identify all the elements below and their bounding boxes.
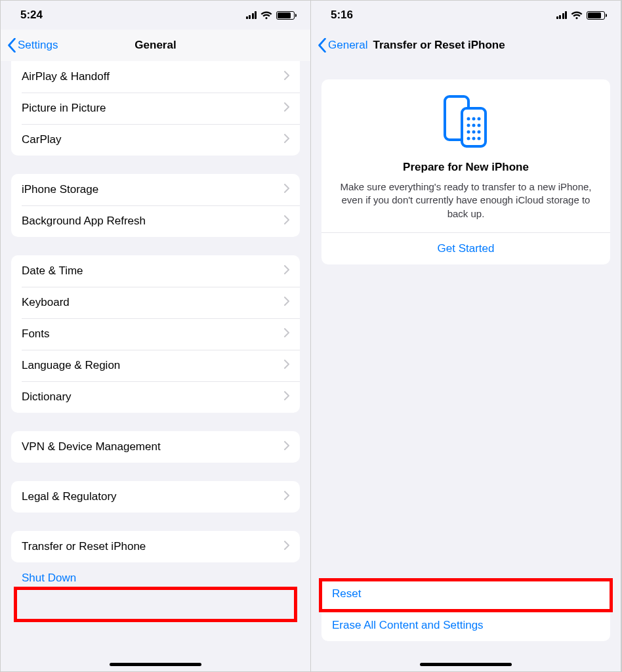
chevron-right-icon	[284, 390, 289, 404]
svg-point-12	[472, 137, 476, 140]
svg-point-7	[478, 124, 481, 127]
status-icons	[556, 11, 606, 20]
highlight-transfer-reset	[14, 587, 297, 622]
erase-all-button[interactable]: Erase All Content and Settings	[321, 610, 610, 641]
svg-point-13	[478, 137, 481, 140]
home-indicator[interactable]	[110, 663, 201, 666]
svg-point-10	[478, 131, 481, 134]
chevron-right-icon	[284, 359, 289, 372]
svg-point-9	[472, 131, 476, 134]
row-language-region[interactable]: Language & Region	[11, 350, 300, 381]
group-legal: Legal & Regulatory	[11, 481, 300, 513]
cellular-icon	[556, 11, 568, 19]
status-icons	[246, 11, 295, 20]
card-body: Make sure everything's ready to transfer…	[333, 180, 598, 232]
row-airplay-handoff[interactable]: AirPlay & Handoff	[11, 61, 300, 93]
group-storage: iPhone Storage Background App Refresh	[11, 174, 300, 237]
page-title: Transfer or Reset iPhone	[373, 39, 505, 52]
chevron-left-icon	[318, 38, 327, 52]
row-transfer-reset-iphone[interactable]: Transfer or Reset iPhone	[11, 531, 300, 562]
group-media: AirPlay & Handoff Picture in Picture Car…	[11, 61, 300, 156]
row-keyboard[interactable]: Keyboard	[11, 287, 300, 318]
group-vpn: VPN & Device Management	[11, 431, 300, 463]
nav-header: General Transfer or Reset iPhone	[311, 30, 621, 61]
svg-point-5	[467, 124, 470, 127]
row-iphone-storage[interactable]: iPhone Storage	[11, 174, 300, 205]
cellular-icon	[246, 11, 257, 19]
row-fonts[interactable]: Fonts	[11, 318, 300, 350]
wifi-icon	[571, 11, 583, 20]
svg-point-8	[467, 131, 470, 134]
back-button[interactable]: General	[318, 38, 367, 52]
card-title: Prepare for New iPhone	[333, 161, 598, 174]
back-button[interactable]: Settings	[7, 38, 58, 52]
chevron-right-icon	[284, 183, 289, 196]
row-legal-regulatory[interactable]: Legal & Regulatory	[11, 481, 300, 513]
phone-transfer-reset: 5:16 General Transfer or Reset iPhone	[311, 1, 621, 671]
chevron-right-icon	[284, 133, 289, 146]
row-carplay[interactable]: CarPlay	[11, 124, 300, 156]
phone-general: 5:24 Settings General AirPlay & Handoff …	[1, 1, 311, 671]
status-time: 5:16	[331, 9, 353, 22]
chevron-right-icon	[284, 296, 289, 309]
svg-point-11	[467, 137, 470, 140]
wifi-icon	[260, 11, 272, 20]
battery-icon	[276, 11, 295, 20]
reset-group: Reset Erase All Content and Settings	[321, 578, 610, 641]
row-dictionary[interactable]: Dictionary	[11, 381, 300, 413]
nav-header: Settings General	[1, 30, 310, 61]
back-label: General	[328, 39, 367, 52]
reset-button[interactable]: Reset	[321, 578, 610, 610]
chevron-right-icon	[284, 440, 289, 453]
svg-point-2	[467, 117, 470, 121]
home-indicator[interactable]	[420, 663, 512, 666]
svg-point-6	[472, 124, 476, 127]
chevron-right-icon	[284, 540, 289, 553]
get-started-button[interactable]: Get Started	[333, 233, 598, 264]
status-bar: 5:24	[1, 1, 310, 30]
shut-down-button[interactable]: Shut Down	[11, 562, 300, 585]
svg-point-4	[478, 117, 481, 121]
transfer-devices-icon	[333, 94, 598, 150]
svg-point-3	[472, 117, 476, 121]
status-bar: 5:16	[311, 1, 621, 30]
chevron-right-icon	[284, 264, 289, 278]
chevron-right-icon	[284, 70, 289, 83]
chevron-right-icon	[284, 327, 289, 341]
svg-rect-1	[462, 108, 486, 146]
row-background-app-refresh[interactable]: Background App Refresh	[11, 205, 300, 237]
chevron-left-icon	[7, 38, 16, 52]
battery-icon	[587, 11, 605, 20]
row-picture-in-picture[interactable]: Picture in Picture	[11, 93, 300, 124]
group-transfer-reset: Transfer or Reset iPhone	[11, 531, 300, 562]
status-time: 5:24	[20, 9, 43, 22]
chevron-right-icon	[284, 215, 289, 228]
group-locale: Date & Time Keyboard Fonts Language & Re…	[11, 255, 300, 413]
back-label: Settings	[18, 39, 58, 52]
chevron-right-icon	[284, 102, 289, 115]
row-vpn-device-management[interactable]: VPN & Device Management	[11, 431, 300, 463]
settings-list: AirPlay & Handoff Picture in Picture Car…	[1, 61, 310, 585]
chevron-right-icon	[284, 490, 289, 503]
row-date-time[interactable]: Date & Time	[11, 255, 300, 287]
prepare-card: Prepare for New iPhone Make sure everyth…	[321, 79, 610, 264]
